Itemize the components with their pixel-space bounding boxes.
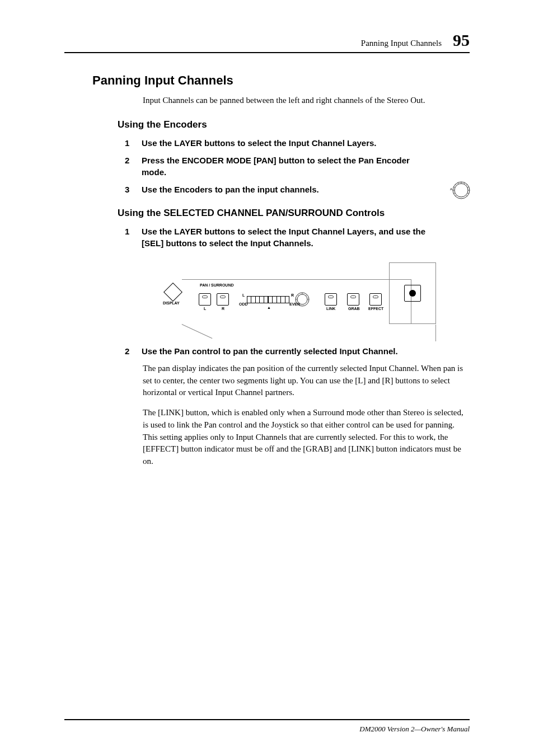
display-label: DISPLAY	[163, 301, 180, 305]
svg-line-9	[464, 183, 465, 185]
page-number: 95	[453, 31, 470, 50]
display-button-icon	[163, 283, 182, 302]
svg-line-14	[454, 193, 456, 194]
sel-button-figure	[389, 262, 436, 324]
step-item: 1 Use the LAYER buttons to select the In…	[125, 137, 470, 149]
sel-button-icon	[404, 285, 421, 302]
svg-line-10	[458, 183, 458, 185]
step-item: 2 Press the ENCODER MODE [PAN] button to…	[125, 154, 470, 178]
link-button-icon	[325, 293, 337, 306]
pan-knob-icon	[295, 292, 310, 309]
step-text: Use the LAYER buttons to select the Inpu…	[142, 137, 470, 149]
page-footer: DM2000 Version 2—Owner's Manual	[64, 719, 470, 734]
step-number: 3	[125, 184, 142, 195]
step-number: 2	[125, 154, 142, 178]
grab-label: GRAB	[348, 307, 360, 311]
heading-1: Panning Input Channels	[92, 73, 470, 88]
encoder-knob-icon: A	[450, 180, 470, 200]
r-button-icon	[217, 293, 229, 306]
step-item: 1 Use the LAYER buttons to select the In…	[125, 226, 470, 249]
step-item: 3 Use the Encoders to pan the input chan…	[125, 184, 470, 195]
l-button-icon	[199, 293, 211, 306]
step-item: 2 Use the Pan control to pan the current…	[125, 345, 470, 357]
link-label: LINK	[326, 307, 335, 311]
svg-point-15	[296, 293, 309, 306]
heading-encoders: Using the Encoders	[118, 119, 470, 130]
grab-button-icon	[347, 293, 359, 306]
step-text: Press the ENCODER MODE [PAN] button to s…	[142, 154, 470, 178]
svg-line-12	[467, 193, 469, 194]
svg-line-18	[306, 295, 307, 296]
step-text: Use the Pan control to pan the currently…	[142, 345, 470, 357]
effect-button-icon	[369, 293, 382, 306]
body-paragraph: The [LINK] button, which is enabled only…	[143, 407, 470, 468]
r-label: R	[222, 307, 224, 311]
body-paragraph: The pan display indicates the pan positi…	[143, 363, 470, 399]
panel-title-label: PAN / SURROUND	[200, 283, 234, 287]
svg-line-13	[454, 187, 456, 187]
svg-point-1	[455, 184, 468, 197]
pan-bargraph-icon	[247, 296, 289, 303]
svg-line-11	[467, 187, 469, 187]
header-title: Panning Input Channels	[361, 39, 442, 48]
r-side-label: R	[291, 293, 294, 297]
step-number: 1	[125, 137, 142, 149]
step-text: Use the LAYER buttons to select the Inpu…	[142, 226, 470, 249]
encoder-label: A	[450, 187, 452, 191]
step-number: 1	[125, 226, 142, 249]
l-side-label: L	[242, 293, 245, 297]
heading-selected-channel: Using the SELECTED CHANNEL PAN/SURROUND …	[118, 208, 470, 219]
intro-text: Input Channels can be panned between the…	[143, 95, 470, 107]
step-number: 2	[125, 345, 142, 357]
page-header: Panning Input Channels 95	[64, 31, 470, 53]
arrow-label: ▲	[267, 306, 271, 309]
pan-surround-panel-figure: PAN / SURROUND DISPLAY L R L ODD ▲ R EVE…	[171, 262, 470, 330]
svg-line-19	[298, 295, 299, 296]
step-text: Use the Encoders to pan the input channe…	[142, 184, 470, 195]
effect-label: EFFECT	[368, 307, 383, 311]
l-label: L	[204, 307, 206, 311]
